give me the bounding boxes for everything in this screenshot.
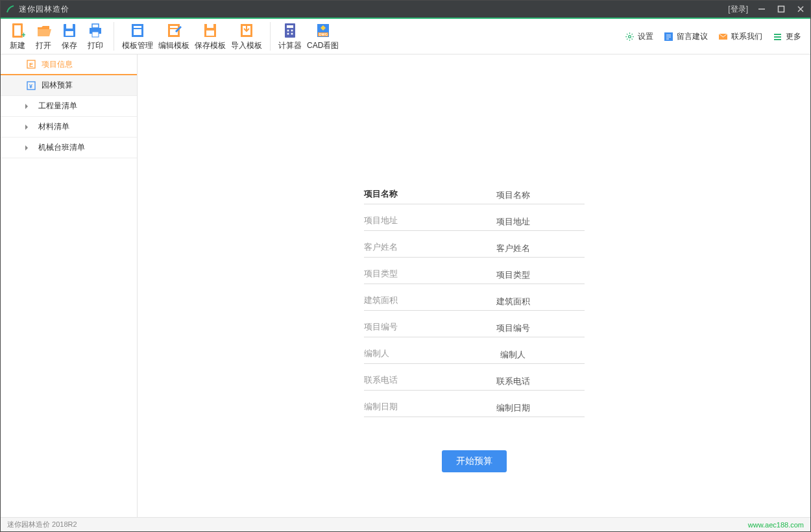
template-manage-icon (130, 21, 145, 39)
sidebar-item-label: 材料清单 (33, 121, 69, 132)
form-row-prepare-date: 编制日期 (364, 391, 585, 417)
svg-text:DWG: DWG (319, 32, 327, 36)
form-row-project-address: 项目地址 (364, 204, 585, 231)
toolbar-separator (114, 22, 114, 51)
svg-point-29 (291, 32, 293, 34)
settings-button[interactable]: 设置 (620, 27, 659, 46)
expand-triangle-icon (25, 145, 28, 151)
project-type-input[interactable] (442, 270, 585, 284)
title-bar: 迷你园林造价 [登录] (1, 1, 810, 18)
close-button[interactable] (791, 1, 810, 18)
field-label: 建筑面积 (364, 295, 442, 310)
svg-point-27 (291, 29, 293, 31)
prepare-date-input[interactable] (442, 403, 585, 417)
field-label: 项目地址 (364, 215, 442, 230)
template-edit-label: 编辑模板 (158, 40, 189, 51)
save-button[interactable]: 保存 (56, 20, 82, 53)
save-label: 保存 (62, 40, 77, 51)
svg-rect-1 (779, 6, 784, 12)
project-name-input[interactable] (442, 190, 585, 204)
content-area: 项目名称 项目地址 客户姓名 项目类型 建筑面积 (138, 54, 810, 517)
sidebar-item-machine-list[interactable]: 机械台班清单 (1, 138, 137, 158)
save-disk-icon (62, 21, 77, 39)
template-import-label: 导入模板 (231, 40, 262, 51)
field-label: 编制日期 (364, 401, 442, 417)
project-address-input[interactable] (442, 217, 585, 230)
sidebar-item-label: 项目信息 (42, 59, 73, 70)
login-link[interactable]: [登录] (728, 4, 748, 15)
status-bar: 迷你园林造价 2018R2 www.aec188.com (1, 517, 810, 531)
template-import-icon (239, 21, 254, 39)
expand-triangle-icon (25, 125, 28, 130)
template-edit-button[interactable]: 编辑模板 (156, 20, 192, 53)
open-button[interactable]: 打开 (30, 20, 56, 53)
cad-view-button[interactable]: DWG CAD看图 (304, 20, 341, 53)
svg-rect-12 (92, 32, 99, 37)
sidebar-item-quantity-list[interactable]: 工程量清单 (1, 96, 137, 117)
svg-rect-8 (66, 24, 73, 29)
svg-rect-21 (206, 30, 214, 36)
doc-e-icon: E (27, 60, 36, 69)
form-row-phone: 联系电话 (364, 364, 585, 391)
sidebar-item-label: 工程量清单 (33, 101, 77, 112)
prepared-by-input[interactable] (442, 350, 585, 363)
field-label: 编制人 (364, 348, 442, 363)
sidebar-item-garden-budget[interactable]: ¥ 园林预算 (1, 75, 137, 96)
template-manage-label: 模板管理 (122, 40, 153, 51)
svg-rect-17 (170, 26, 178, 28)
toolbar-separator (270, 22, 271, 51)
calculator-icon (282, 21, 298, 39)
svg-rect-20 (207, 24, 213, 28)
form-row-client-name: 客户姓名 (364, 231, 585, 258)
maximize-button[interactable] (771, 1, 791, 18)
form-row-build-area: 建筑面积 (364, 284, 585, 311)
mail-icon (718, 32, 728, 42)
more-lines-icon (773, 32, 782, 42)
cad-view-label: CAD看图 (307, 40, 339, 51)
cad-dwg-icon: DWG (315, 21, 331, 39)
sidebar-item-material-list[interactable]: 材料清单 (1, 117, 137, 138)
field-label: 项目类型 (364, 268, 442, 284)
sidebar: E 项目信息 ¥ 园林预算 工程量清单 材料清单 机械台班清单 (1, 54, 138, 517)
website-link[interactable]: www.aec188.com (748, 521, 804, 529)
template-manage-button[interactable]: 模板管理 (119, 20, 156, 53)
template-import-button[interactable]: 导入模板 (228, 20, 265, 53)
calculator-button[interactable]: 计算器 (276, 20, 304, 53)
svg-text:¥: ¥ (29, 83, 32, 90)
template-save-button[interactable]: 保存模板 (192, 20, 228, 53)
svg-text:+: + (21, 30, 25, 39)
gear-icon (625, 32, 635, 42)
project-info-form: 项目名称 项目地址 客户姓名 项目类型 建筑面积 (364, 178, 585, 417)
printer-icon (88, 21, 103, 39)
print-button[interactable]: 打印 (82, 20, 108, 53)
open-folder-icon (36, 21, 51, 39)
new-button[interactable]: + 新建 (5, 20, 30, 53)
start-budget-button[interactable]: 开始预算 (442, 450, 507, 472)
template-save-label: 保存模板 (195, 40, 226, 51)
client-name-input[interactable] (442, 243, 585, 257)
note-icon (664, 32, 673, 42)
app-window: 迷你园林造价 [登录] + 新建 打开 保存 打印 (0, 0, 811, 532)
more-button[interactable]: 更多 (768, 27, 806, 46)
open-label: 打开 (36, 40, 51, 51)
form-row-project-no: 项目编号 (364, 311, 585, 337)
sidebar-item-label: 机械台班清单 (33, 142, 85, 153)
contact-button[interactable]: 联系我们 (713, 27, 768, 46)
main-toolbar: + 新建 打开 保存 打印 模板管理 编辑模 (1, 19, 810, 54)
template-edit-icon (166, 21, 182, 39)
settings-label: 设置 (638, 31, 653, 42)
new-file-icon: + (10, 21, 25, 39)
build-area-input[interactable] (442, 296, 585, 310)
svg-rect-25 (287, 25, 293, 28)
minimize-button[interactable] (752, 1, 771, 18)
svg-rect-5 (14, 25, 21, 36)
sidebar-item-project-info[interactable]: E 项目信息 (1, 54, 137, 75)
template-save-icon (202, 21, 218, 39)
phone-input[interactable] (442, 376, 585, 390)
project-no-input[interactable] (442, 323, 585, 337)
field-label: 项目名称 (364, 188, 442, 204)
feedback-button[interactable]: 留言建议 (659, 27, 713, 46)
app-title: 迷你园林造价 (19, 4, 728, 15)
svg-rect-9 (66, 31, 73, 36)
svg-rect-15 (134, 29, 141, 35)
